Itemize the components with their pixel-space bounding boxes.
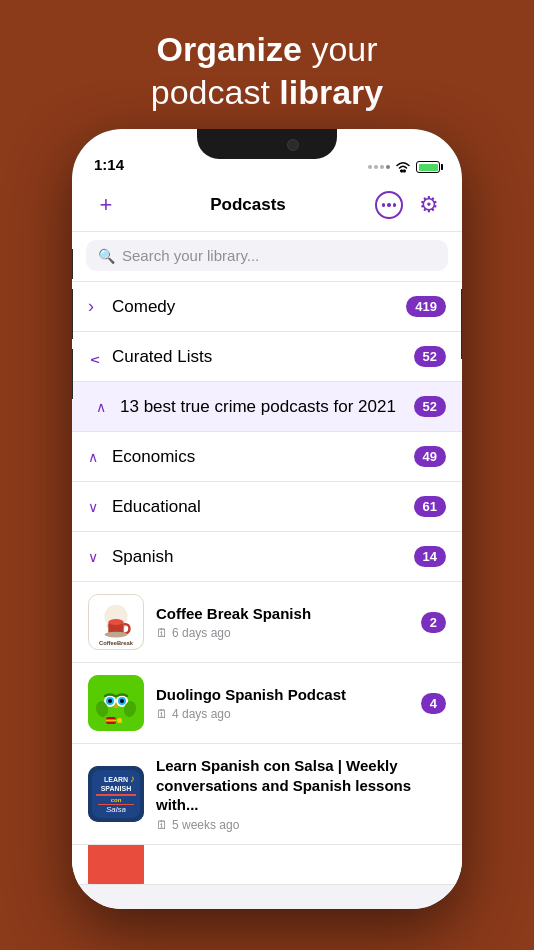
more-options-button[interactable]: [374, 190, 404, 220]
salsa-art: LEARN SPANISH con Salsa ♪: [88, 766, 144, 822]
phone-side-button-1: [72, 249, 73, 279]
list-item-educational[interactable]: ∨ Educational 61: [72, 482, 462, 532]
search-bar: 🔍 Search your library...: [72, 232, 462, 282]
calendar-icon-duolingo: 🗓: [156, 707, 168, 721]
chevron-up-icon: ∧: [96, 399, 112, 415]
chevron-down-icon-educational: ∨: [88, 499, 104, 515]
ellipsis-icon: [375, 191, 403, 219]
salsa-title: Learn Spanish con Salsa | Weekly convers…: [156, 756, 446, 815]
svg-text:LEARN: LEARN: [104, 776, 128, 783]
partial-art: [88, 845, 144, 885]
svg-point-14: [120, 699, 124, 703]
chevron-right-icon: ›: [88, 296, 104, 317]
phone-frame: 1:14 + Podcasts: [72, 129, 462, 909]
add-button[interactable]: +: [90, 189, 122, 221]
curated-lists-badge: 52: [414, 346, 446, 367]
duolingo-meta: 🗓 4 days ago: [156, 707, 409, 721]
chevron-up-icon-economics: ∧: [88, 449, 104, 465]
duolingo-info: Duolingo Spanish Podcast 🗓 4 days ago: [156, 685, 409, 722]
notch: [197, 129, 337, 159]
hero-line1: Organize your: [156, 30, 377, 68]
educational-label: Educational: [112, 497, 201, 517]
salsa-info: Learn Spanish con Salsa | Weekly convers…: [156, 756, 446, 832]
economics-label: Economics: [112, 447, 195, 467]
calendar-icon-salsa: 🗓: [156, 818, 168, 832]
signal-icon: [368, 165, 390, 169]
svg-point-4: [108, 619, 123, 625]
status-icons: [368, 161, 440, 173]
svg-rect-26: [96, 794, 136, 796]
chevron-down-icon: ∨: [88, 349, 104, 365]
podcast-item-partial[interactable]: [72, 845, 462, 885]
comedy-badge: 419: [406, 296, 446, 317]
list-item-spanish[interactable]: ∨ Spanish 14: [72, 532, 462, 582]
list-container: › Comedy 419 ∨ Curated Lists 52 ∧ 13 bes…: [72, 282, 462, 909]
coffee-break-spanish-info: Coffee Break Spanish 🗓 6 days ago: [156, 604, 409, 641]
search-placeholder: Search your library...: [122, 247, 259, 264]
svg-text:Salsa: Salsa: [106, 805, 127, 814]
coffee-break-spanish-meta: 🗓 6 days ago: [156, 626, 409, 640]
comedy-label: Comedy: [112, 297, 175, 317]
podcast-item-coffee-break-spanish[interactable]: CoffeeBreak Coffee Break Spanish 🗓 6 day…: [72, 582, 462, 663]
hero-section: Organize your podcast library: [121, 0, 413, 129]
svg-text:con: con: [111, 797, 122, 803]
gear-icon: ⚙: [419, 192, 439, 218]
nav-actions: ⚙: [374, 190, 444, 220]
economics-badge: 49: [414, 446, 446, 467]
hero-text: Organize your podcast library: [151, 28, 383, 113]
nav-bar: + Podcasts ⚙: [72, 179, 462, 232]
svg-text:♪: ♪: [130, 773, 135, 784]
settings-button[interactable]: ⚙: [414, 190, 444, 220]
coffee-break-spanish-badge: 2: [421, 612, 446, 633]
podcast-item-learn-spanish-salsa[interactable]: LEARN SPANISH con Salsa ♪ Learn Spanish …: [72, 744, 462, 845]
camera: [287, 139, 299, 151]
status-time: 1:14: [94, 156, 124, 173]
hero-line2: podcast library: [151, 73, 383, 111]
list-item-economics[interactable]: ∧ Economics 49: [72, 432, 462, 482]
duolingo-art: [88, 675, 144, 731]
podcast-item-duolingo[interactable]: Duolingo Spanish Podcast 🗓 4 days ago 4: [72, 663, 462, 744]
duolingo-badge: 4: [421, 693, 446, 714]
svg-point-5: [104, 632, 127, 638]
spanish-badge: 14: [414, 546, 446, 567]
coffee-break-spanish-title: Coffee Break Spanish: [156, 604, 409, 624]
search-input-wrap[interactable]: 🔍 Search your library...: [86, 240, 448, 271]
battery-icon: [416, 161, 440, 173]
phone-side-button-3: [72, 349, 73, 399]
calendar-icon: 🗓: [156, 626, 168, 640]
svg-text:SPANISH: SPANISH: [101, 785, 132, 792]
phone-side-button-2: [72, 289, 73, 339]
chevron-down-icon-spanish: ∨: [88, 549, 104, 565]
search-icon: 🔍: [98, 248, 115, 264]
salsa-meta: 🗓 5 weeks ago: [156, 818, 446, 832]
educational-badge: 61: [414, 496, 446, 517]
list-item-curated-lists[interactable]: ∨ Curated Lists 52: [72, 332, 462, 382]
curated-lists-label: Curated Lists: [112, 347, 212, 367]
svg-text:CoffeeBreak: CoffeeBreak: [99, 640, 134, 646]
wifi-icon: [395, 161, 411, 173]
svg-rect-21: [106, 720, 116, 722]
svg-rect-19: [117, 718, 122, 723]
13-best-badge: 52: [414, 396, 446, 417]
svg-point-13: [108, 699, 112, 703]
duolingo-title: Duolingo Spanish Podcast: [156, 685, 409, 705]
phone-side-button-right: [461, 289, 462, 359]
nav-title: Podcasts: [210, 195, 286, 215]
coffee-break-spanish-art: CoffeeBreak: [88, 594, 144, 650]
list-item-comedy[interactable]: › Comedy 419: [72, 282, 462, 332]
list-item-13-best[interactable]: ∧ 13 best true crime podcasts for 2021 5…: [72, 382, 462, 432]
screen: + Podcasts ⚙ 🔍 Search your librar: [72, 179, 462, 909]
13-best-label: 13 best true crime podcasts for 2021: [120, 397, 396, 417]
spanish-label: Spanish: [112, 547, 173, 567]
